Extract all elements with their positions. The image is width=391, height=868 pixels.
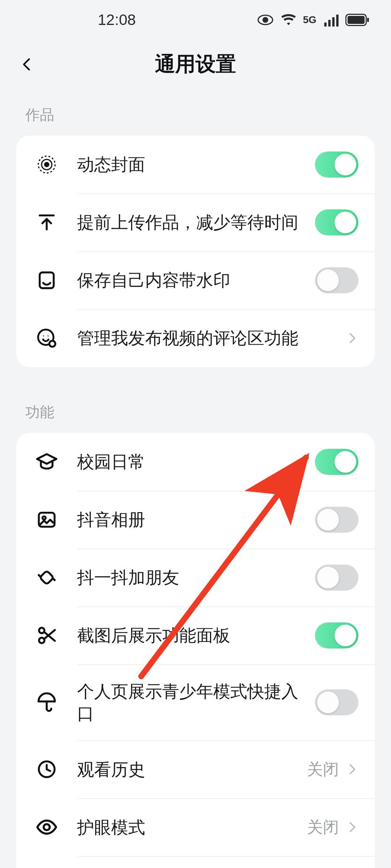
row-campus[interactable]: 校园日常 [16, 433, 375, 491]
row-eye-mode[interactable]: 护眼模式 关闭 [16, 798, 375, 856]
section-title-works: 作品 [0, 89, 391, 136]
row-label: 截图后展示功能面板 [77, 608, 315, 662]
toggle-save-watermark[interactable] [315, 267, 358, 293]
svg-point-16 [43, 335, 44, 336]
svg-rect-22 [40, 571, 54, 585]
row-album[interactable]: 抖音相册 [16, 491, 375, 549]
svg-point-11 [45, 162, 49, 166]
chevron-right-icon [345, 821, 358, 834]
toggle-preupload[interactable] [315, 209, 358, 235]
row-label: 护眼模式 [77, 800, 307, 854]
row-screenshot-panel[interactable]: 截图后展示功能面板 [16, 607, 375, 664]
row-label: 保存自己内容带水印 [77, 253, 315, 307]
signal-icon [323, 12, 339, 28]
image-icon [33, 506, 61, 534]
svg-point-29 [44, 824, 50, 830]
row-label: 观看历史 [77, 743, 307, 796]
svg-rect-4 [332, 17, 335, 27]
target-icon [33, 150, 61, 179]
status-bar: 12:08 5G [0, 0, 391, 40]
svg-line-26 [44, 630, 55, 639]
shake-icon [33, 563, 61, 592]
status-icons: 5G [257, 11, 369, 29]
toggle-shake-friend[interactable] [315, 565, 358, 591]
svg-rect-7 [348, 16, 365, 24]
row-shake-friend[interactable]: 抖一抖加朋友 [16, 549, 375, 607]
toggle-teen-shortcut[interactable] [315, 689, 358, 715]
toggle-campus[interactable] [315, 449, 358, 475]
row-watch-history[interactable]: 观看历史 关闭 [16, 740, 375, 798]
eye-icon [33, 813, 61, 841]
row-manage-search-kw[interactable]: 管理作品标题推荐搜索词 开启 [16, 856, 375, 868]
app-header: 通用设置 [0, 40, 391, 89]
svg-point-21 [42, 516, 46, 520]
svg-rect-14 [40, 272, 54, 288]
row-value: 关闭 [307, 759, 339, 780]
toggle-dynamic-cover[interactable] [315, 152, 358, 178]
network-label: 5G [303, 14, 316, 26]
svg-line-25 [44, 632, 55, 641]
scissors-icon [33, 621, 61, 650]
svg-point-17 [47, 335, 49, 336]
section-title-features: 功能 [0, 386, 391, 433]
row-label: 个人页展示青少年模式快捷入口 [77, 664, 315, 740]
row-dynamic-cover[interactable]: 动态封面 [16, 136, 375, 193]
chevron-right-icon [345, 763, 358, 776]
wifi-icon [281, 12, 297, 28]
upload-icon [33, 208, 61, 237]
status-time: 12:08 [98, 11, 136, 29]
svg-rect-5 [336, 14, 339, 26]
photo-frame-icon [33, 266, 61, 294]
row-label: 管理作品标题推荐搜索词 [77, 858, 307, 868]
features-card: 校园日常 抖音相册 抖一抖加朋友 截图后展示功能面板 个人页展示青少年模式快捷入… [16, 433, 375, 868]
clock-icon [33, 755, 61, 783]
row-label: 管理我发布视频的评论区功能 [77, 311, 345, 365]
svg-rect-2 [324, 22, 327, 26]
emoji-settings-icon [33, 324, 61, 352]
eye-status-icon [257, 11, 274, 29]
battery-icon [345, 14, 369, 26]
svg-rect-3 [328, 20, 331, 26]
svg-point-1 [263, 18, 268, 22]
row-teen-shortcut[interactable]: 个人页展示青少年模式快捷入口 [16, 664, 375, 740]
page-title: 通用设置 [14, 51, 377, 78]
row-save-watermark[interactable]: 保存自己内容带水印 [16, 251, 375, 309]
toggle-screenshot-panel[interactable] [315, 622, 358, 648]
row-manage-comments[interactable]: 管理我发布视频的评论区功能 [16, 309, 375, 367]
toggle-album[interactable] [315, 507, 358, 533]
row-label: 抖音相册 [77, 493, 315, 546]
row-label: 校园日常 [77, 435, 315, 489]
graduation-cap-icon [33, 448, 61, 476]
row-label: 提前上传作品，减少等待时间 [77, 195, 315, 249]
svg-rect-8 [367, 18, 369, 22]
row-label: 抖一抖加朋友 [77, 550, 315, 604]
chevron-right-icon [345, 332, 358, 345]
row-preupload[interactable]: 提前上传作品，减少等待时间 [16, 193, 375, 251]
row-value: 关闭 [307, 817, 339, 838]
row-label: 动态封面 [77, 137, 315, 191]
works-card: 动态封面 提前上传作品，减少等待时间 保存自己内容带水印 管理我发布视频的评论区… [16, 136, 375, 367]
umbrella-icon [33, 688, 61, 716]
